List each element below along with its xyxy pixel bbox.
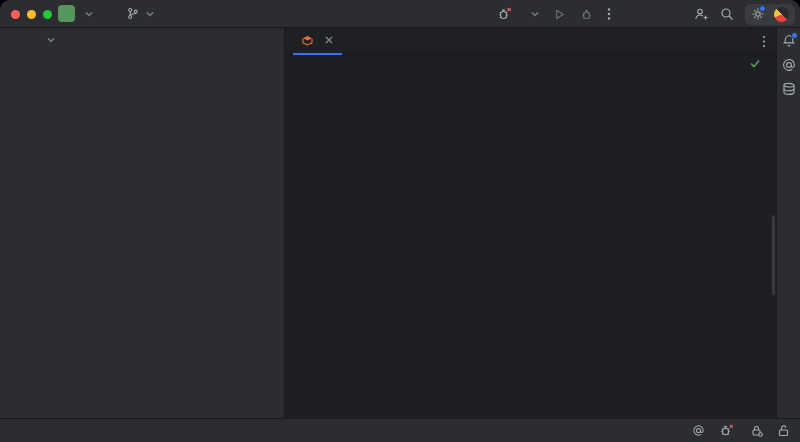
code-editor[interactable]	[285, 55, 776, 404]
indent-widget[interactable]	[748, 425, 763, 437]
project-widget[interactable]	[58, 5, 93, 22]
git-branch-icon	[127, 7, 138, 20]
run-configuration-selector[interactable]	[526, 11, 539, 17]
write-access-unlock-icon[interactable]	[777, 424, 790, 437]
settings-group	[745, 4, 795, 25]
inspection-ok-icon[interactable]	[750, 59, 760, 68]
traffic-lights	[11, 10, 52, 19]
ide-window	[0, 0, 800, 442]
project-badge	[58, 5, 75, 22]
close-window-button[interactable]	[11, 10, 20, 19]
settings-notification-dot	[759, 5, 766, 12]
search-everywhere-icon[interactable]	[720, 7, 734, 21]
mentions-icon[interactable]	[782, 58, 796, 72]
chevron-down-icon	[146, 11, 154, 17]
more-actions-kebab-icon[interactable]	[607, 7, 611, 21]
close-tab-icon[interactable]	[325, 36, 333, 44]
code-with-me-icon[interactable]	[694, 7, 709, 21]
tab-options-kebab-icon[interactable]	[762, 35, 766, 48]
branch-widget[interactable]	[127, 5, 154, 22]
chevron-down-icon	[85, 11, 93, 17]
database-icon[interactable]	[782, 82, 796, 96]
notifications-dot	[791, 32, 798, 39]
blade-file-icon	[302, 35, 313, 46]
editor-area	[285, 28, 776, 418]
left-tool-strip	[0, 28, 30, 418]
run-toolbar	[497, 0, 611, 28]
project-panel-header[interactable]	[30, 28, 284, 52]
minimize-window-button[interactable]	[27, 10, 36, 19]
editor-tab-bar	[285, 28, 776, 55]
notifications-bell-icon[interactable]	[782, 34, 796, 48]
project-tree	[30, 52, 284, 418]
settings-gear-icon[interactable]	[751, 7, 765, 21]
debug-listener-off-icon[interactable]	[497, 7, 512, 21]
run-button[interactable]	[553, 8, 566, 21]
right-tool-strip	[776, 28, 800, 418]
composer-icon[interactable]	[692, 424, 705, 437]
debug-button[interactable]	[580, 8, 593, 21]
project-tool-window	[30, 28, 285, 418]
editor-scrollbar[interactable]	[772, 215, 775, 295]
account-toolbar	[694, 0, 795, 28]
status-bar	[0, 418, 800, 442]
xdebug-off-icon[interactable]	[719, 424, 734, 437]
zoom-window-button[interactable]	[43, 10, 52, 19]
user-avatar[interactable]	[774, 7, 789, 22]
tab-app-blade-php[interactable]	[293, 28, 342, 55]
editor-breadcrumbs	[285, 404, 776, 418]
status-widgets	[622, 424, 800, 437]
title-bar	[0, 0, 800, 28]
